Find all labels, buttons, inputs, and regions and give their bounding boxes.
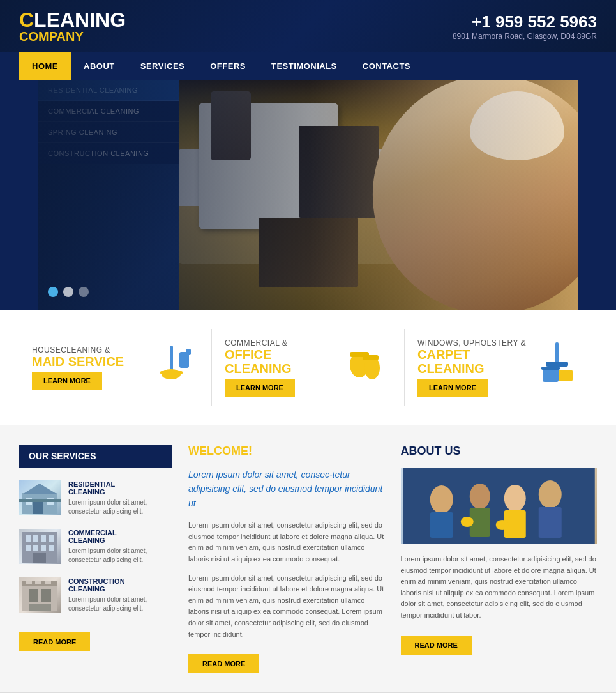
logo-leaning: LEANING <box>34 8 126 31</box>
svg-rect-40 <box>430 512 453 538</box>
svg-rect-25 <box>26 545 31 551</box>
service-name-construction: CONSTRUCTIONCLEANING <box>68 577 172 593</box>
service-name-residential: RESIDENTIALCLEANING <box>68 480 172 496</box>
learn-more-maid[interactable]: LEARN MORE <box>32 372 102 390</box>
read-more-services[interactable]: READ MORE <box>19 632 90 651</box>
logo: CLEANING COMPANY <box>19 10 126 43</box>
service-icon-maid <box>147 339 199 396</box>
svg-rect-10 <box>546 362 568 367</box>
svg-point-41 <box>469 484 490 509</box>
welcome-col: WELCOME! Lorem ipsum dolor sit amet, con… <box>188 445 385 673</box>
svg-rect-2 <box>160 371 183 374</box>
dot-2[interactable] <box>63 287 73 297</box>
logo-c: C <box>19 8 34 31</box>
service-icon-carpet <box>533 339 584 396</box>
hero-banner: RESIDENTIAL CLEANING COMMERCIAL CLEANING… <box>38 80 578 310</box>
info-commercial: COMMERCIALCLEANING Lorem ipsum dolor sit… <box>68 529 172 565</box>
about-image <box>401 468 597 544</box>
our-services-title: OUR SERVICES <box>19 445 172 468</box>
svg-rect-24 <box>49 535 54 542</box>
learn-more-office[interactable]: LEARN MORE <box>225 379 295 397</box>
svg-rect-0 <box>170 346 173 371</box>
thumb-residential <box>19 480 61 515</box>
svg-rect-27 <box>41 545 46 551</box>
svg-rect-28 <box>49 545 54 551</box>
about-col: ABOUT US Lorem ipsum dolor sit amet, con… <box>401 445 597 673</box>
phone-number: +1 959 552 5963 <box>453 12 597 32</box>
service-desc-commercial: Lorem ipsum dolor sit amet, consectetur … <box>68 547 172 565</box>
svg-marker-15 <box>22 484 57 494</box>
contact-info: +1 959 552 5963 8901 Marmora Road, Glasg… <box>453 12 597 41</box>
main-content: OUR SERVICES RESIDENTIALCLEANING Lorem i… <box>0 425 616 692</box>
service-card-maid: HOUSECLEANING & MAID SERVICE LEARN MORE <box>19 329 212 406</box>
service-title-1: MAID SERVICE <box>32 354 147 369</box>
main-nav: HOME ABOUT SERVICES OFFERS TESTIMONIALS … <box>0 52 616 80</box>
dot-1[interactable] <box>48 287 58 297</box>
svg-rect-36 <box>35 581 41 584</box>
about-body: Lorem ipsum dolor sit amet, consectetur … <box>401 554 597 621</box>
service-card-office: COMMERCIAL & OFFICE CLEANING LEARN MORE <box>212 329 405 406</box>
thumb-commercial <box>19 529 61 564</box>
hero-dots <box>48 287 89 297</box>
svg-rect-34 <box>29 604 51 611</box>
svg-rect-21 <box>26 535 31 542</box>
welcome-body1: Lorem ipsum dolor sit amet, consectetur … <box>188 520 385 565</box>
svg-rect-22 <box>33 535 38 542</box>
address: 8901 Marmora Road, Glasgow, D04 89GR <box>453 32 597 41</box>
about-title: ABOUT US <box>401 445 597 458</box>
info-construction: CONSTRUCTIONCLEANING Lorem ipsum dolor s… <box>68 577 172 613</box>
svg-rect-19 <box>19 499 61 502</box>
service-desc-construction: Lorem ipsum dolor sit amet, consectetur … <box>68 595 172 613</box>
svg-point-47 <box>460 517 473 527</box>
svg-rect-13 <box>559 370 573 381</box>
svg-rect-8 <box>363 355 379 360</box>
welcome-intro: Lorem ipsum dolor sit amet, consec-tetur… <box>188 468 385 510</box>
thumb-construction <box>19 577 61 613</box>
svg-rect-4 <box>186 349 191 355</box>
svg-rect-35 <box>26 581 32 584</box>
svg-rect-9 <box>555 342 559 365</box>
dot-3[interactable] <box>79 287 89 297</box>
list-item-residential: RESIDENTIALCLEANING Lorem ipsum dolor si… <box>19 480 172 516</box>
svg-rect-29 <box>33 553 46 563</box>
nav-services[interactable]: SERVICES <box>128 52 198 80</box>
svg-point-43 <box>504 485 525 512</box>
svg-rect-12 <box>541 367 560 370</box>
welcome-title: WELCOME! <box>188 445 385 458</box>
service-card-carpet: WINDOWS, UPHOLSTERY & CARPET CLEANING LE… <box>405 329 597 406</box>
svg-point-39 <box>430 485 453 514</box>
service-subtitle-1: HOUSECLEANING & <box>32 346 147 354</box>
svg-rect-46 <box>538 507 561 538</box>
service-name-commercial: COMMERCIALCLEANING <box>68 529 172 544</box>
svg-point-48 <box>495 520 508 530</box>
nav-offers[interactable]: OFFERS <box>197 52 259 80</box>
nav-testimonials[interactable]: TESTIMONIALS <box>259 52 350 80</box>
read-more-about[interactable]: READ MORE <box>401 636 472 655</box>
our-services-col: OUR SERVICES RESIDENTIALCLEANING Lorem i… <box>19 445 172 673</box>
svg-rect-33 <box>41 589 51 602</box>
service-subtitle-2: COMMERCIAL & <box>225 339 340 347</box>
services-strip: HOUSECLEANING & MAID SERVICE LEARN MORE <box>0 310 616 425</box>
service-icon-office <box>340 339 391 396</box>
svg-rect-37 <box>45 581 51 584</box>
service-desc-residential: Lorem ipsum dolor sit amet, consectetur … <box>68 498 172 516</box>
svg-point-45 <box>538 480 561 508</box>
nav-about[interactable]: ABOUT <box>71 52 128 80</box>
service-title-2: OFFICE CLEANING <box>225 347 340 376</box>
welcome-body2: Lorem ipsum dolor sit amet, consectetur … <box>188 573 385 641</box>
service-title-3: CARPET CLEANING <box>417 347 533 376</box>
info-residential: RESIDENTIALCLEANING Lorem ipsum dolor si… <box>68 480 172 516</box>
list-item-construction: CONSTRUCTIONCLEANING Lorem ipsum dolor s… <box>19 577 172 613</box>
header: CLEANING COMPANY +1 959 552 5963 8901 Ma… <box>0 0 616 52</box>
svg-rect-26 <box>33 545 38 551</box>
learn-more-carpet[interactable]: LEARN MORE <box>417 379 488 397</box>
service-subtitle-3: WINDOWS, UPHOLSTERY & <box>417 339 533 347</box>
svg-rect-32 <box>29 589 38 602</box>
hero-overlay <box>38 80 578 310</box>
list-item-commercial: COMMERCIALCLEANING Lorem ipsum dolor sit… <box>19 529 172 565</box>
nav-contacts[interactable]: CONTACTS <box>350 52 423 80</box>
logo-company: COMPANY <box>19 30 126 43</box>
nav-home[interactable]: HOME <box>19 52 71 80</box>
read-more-welcome[interactable]: READ MORE <box>188 654 259 673</box>
svg-rect-11 <box>543 368 559 382</box>
